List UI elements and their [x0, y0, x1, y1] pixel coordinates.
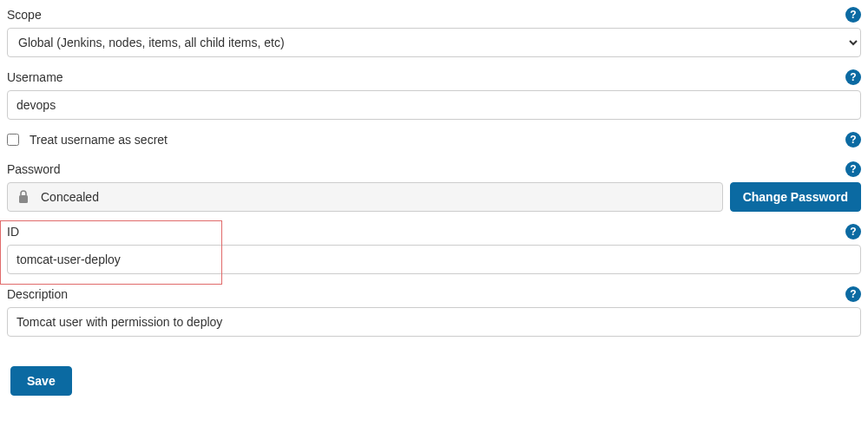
- password-concealed-field: Concealed: [7, 182, 723, 212]
- change-password-button[interactable]: Change Password: [730, 182, 861, 212]
- help-icon[interactable]: ?: [845, 286, 861, 302]
- id-label: ID: [7, 225, 19, 239]
- help-icon[interactable]: ?: [845, 132, 861, 148]
- save-button[interactable]: Save: [10, 366, 72, 396]
- treat-secret-text: Treat username as secret: [30, 133, 168, 147]
- help-icon[interactable]: ?: [845, 7, 861, 23]
- password-concealed-text: Concealed: [41, 190, 99, 204]
- svg-rect-0: [19, 195, 28, 203]
- lock-icon: [16, 189, 30, 205]
- password-label: Password: [7, 162, 60, 176]
- scope-section: Scope ? Global (Jenkins, nodes, items, a…: [7, 7, 861, 57]
- id-section: ID ?: [7, 224, 861, 274]
- treat-secret-checkbox[interactable]: [7, 134, 19, 146]
- description-label: Description: [7, 287, 68, 301]
- id-input[interactable]: [7, 245, 861, 274]
- help-icon[interactable]: ?: [845, 161, 861, 177]
- description-section: Description ?: [7, 286, 861, 337]
- password-section: Password ? Concealed Change Password: [7, 161, 861, 212]
- scope-label: Scope: [7, 8, 42, 22]
- scope-select[interactable]: Global (Jenkins, nodes, items, all child…: [7, 28, 861, 57]
- username-input[interactable]: [7, 90, 861, 120]
- treat-secret-checkbox-label[interactable]: Treat username as secret: [7, 133, 168, 147]
- help-icon[interactable]: ?: [845, 69, 861, 85]
- description-input[interactable]: [7, 307, 861, 337]
- username-section: Username ?: [7, 69, 861, 120]
- help-icon[interactable]: ?: [845, 224, 861, 239]
- username-label: Username: [7, 70, 63, 84]
- treat-secret-section: Treat username as secret ?: [7, 132, 861, 148]
